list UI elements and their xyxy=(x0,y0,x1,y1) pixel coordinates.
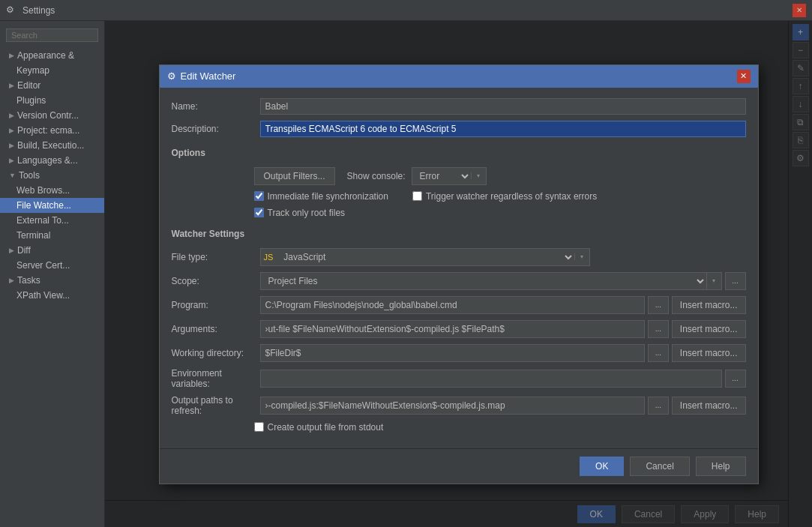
working-dir-browse-button[interactable]: ... xyxy=(648,344,669,362)
sidebar-item-label: Terminal xyxy=(16,230,50,241)
output-paths-browse-button[interactable]: ... xyxy=(648,397,669,415)
modal-ok-button[interactable]: OK xyxy=(580,457,624,476)
sidebar-item-label: XPath View... xyxy=(16,290,70,301)
track-root-checkbox[interactable] xyxy=(254,208,264,217)
close-window-button[interactable]: ✕ xyxy=(793,4,806,17)
sidebar-item-label: Tasks xyxy=(17,275,40,286)
arguments-browse-button[interactable]: ... xyxy=(648,320,669,338)
env-vars-label: Environment variables: xyxy=(172,368,254,389)
arrow-icon: ▶ xyxy=(9,112,14,119)
app-title: Settings xyxy=(22,5,793,16)
arrow-icon: ▼ xyxy=(9,172,16,179)
track-root-checkbox-item[interactable]: Track only root files xyxy=(254,208,346,218)
arrow-icon: ▶ xyxy=(9,82,14,89)
program-row: Program: ... Insert macro... xyxy=(172,296,746,314)
sidebar-item-external-tools[interactable]: External To... xyxy=(0,213,104,228)
dropdown-arrow-icon: ▾ xyxy=(574,253,589,260)
file-type-select[interactable]: JavaScript xyxy=(276,249,574,265)
scope-input-group: Project Files ▾ ... xyxy=(260,272,746,290)
immediate-sync-checkbox-item[interactable]: Immediate file synchronization xyxy=(254,191,388,202)
sidebar-item-label: Keymap xyxy=(16,65,49,76)
sidebar-item-editor[interactable]: ▶ Editor xyxy=(0,78,104,93)
working-dir-insert-macro-button[interactable]: Insert macro... xyxy=(672,344,746,362)
js-file-icon: JS xyxy=(261,253,277,262)
program-input[interactable] xyxy=(260,296,645,314)
trigger-watcher-label[interactable]: Trigger watcher regardless of syntax err… xyxy=(426,191,597,202)
arguments-row: Arguments: ... Insert macro... xyxy=(172,320,746,338)
options-row: Output Filters... Show console: Error Al… xyxy=(254,167,746,185)
env-vars-input[interactable] xyxy=(260,370,722,388)
sidebar-item-file-watchers[interactable]: File Watche... xyxy=(0,198,104,213)
trigger-watcher-checkbox-item[interactable]: Trigger watcher regardless of syntax err… xyxy=(412,191,597,202)
program-browse-button[interactable]: ... xyxy=(648,296,669,314)
output-paths-row: Output paths to refresh: ... Insert macr… xyxy=(172,395,746,416)
output-paths-insert-macro-button[interactable]: Insert macro... xyxy=(672,397,746,415)
sidebar-item-appearance[interactable]: ▶ Appearance & xyxy=(0,48,104,63)
working-dir-input-group: ... Insert macro... xyxy=(260,344,746,362)
output-paths-input[interactable] xyxy=(260,397,645,415)
sidebar-item-label: Appearance & xyxy=(17,50,74,61)
options-header: Options xyxy=(172,148,746,158)
sidebar-item-keymap[interactable]: Keymap xyxy=(0,63,104,78)
output-paths-label: Output paths to refresh: xyxy=(172,395,254,416)
search-input[interactable] xyxy=(6,28,98,42)
program-input-group: ... Insert macro... xyxy=(260,296,746,314)
arguments-input[interactable] xyxy=(260,320,645,338)
modal-close-button[interactable]: ✕ xyxy=(737,70,751,83)
name-row: Name: xyxy=(172,98,746,115)
immediate-sync-label[interactable]: Immediate file synchronization xyxy=(268,191,388,202)
scope-browse-button[interactable]: ... xyxy=(725,272,746,290)
sidebar-item-xpath-view[interactable]: XPath View... xyxy=(0,288,104,303)
sidebar-item-diff[interactable]: ▶ Diff xyxy=(0,243,104,258)
immediate-sync-checkbox[interactable] xyxy=(254,191,264,201)
arrow-icon: ▶ xyxy=(9,277,14,284)
modal-help-button[interactable]: Help xyxy=(696,457,746,476)
working-dir-input[interactable] xyxy=(260,344,645,362)
sidebar-item-label: Editor xyxy=(17,80,40,91)
modal-backdrop: ⚙ Edit Watcher ✕ Name: Description: xyxy=(105,21,812,527)
create-output-label[interactable]: Create output file from stdout xyxy=(268,422,384,433)
sidebar-item-label: External To... xyxy=(16,215,69,226)
create-output-checkbox-item[interactable]: Create output file from stdout xyxy=(254,422,746,433)
sidebar-item-server-cert[interactable]: Server Cert... xyxy=(0,258,104,273)
content-area: + − ✎ ↑ ↓ ⧉ ⎘ ⚙ OK Cancel Apply Help ⚙ E… xyxy=(105,21,812,527)
sidebar-item-terminal[interactable]: Terminal xyxy=(0,228,104,243)
arguments-insert-macro-button[interactable]: Insert macro... xyxy=(672,320,746,338)
program-label: Program: xyxy=(172,300,254,310)
console-select[interactable]: Error Always Never xyxy=(412,168,471,184)
env-vars-browse-button[interactable]: ... xyxy=(725,370,746,388)
env-vars-row: Environment variables: ... xyxy=(172,368,746,389)
scope-label: Scope: xyxy=(172,276,254,286)
dropdown-arrow-icon: ▾ xyxy=(706,273,721,289)
scope-row: Scope: Project Files ▾ ... xyxy=(172,272,746,290)
sidebar-item-project[interactable]: ▶ Project: ecma... xyxy=(0,123,104,138)
create-output-row: Create output file from stdout xyxy=(254,422,746,433)
program-insert-macro-button[interactable]: Insert macro... xyxy=(672,296,746,314)
app-title-bar: ⚙ Settings ✕ xyxy=(0,0,812,21)
sidebar-item-plugins[interactable]: Plugins xyxy=(0,93,104,108)
sidebar-item-web-browsers[interactable]: Web Brows... xyxy=(0,183,104,198)
arguments-label: Arguments: xyxy=(172,324,254,334)
description-row: Description: xyxy=(172,121,746,137)
sidebar-item-tools[interactable]: ▼ Tools xyxy=(0,168,104,183)
sidebar-item-label: Web Brows... xyxy=(16,185,70,196)
track-root-label[interactable]: Track only root files xyxy=(268,208,346,218)
sidebar-item-tasks[interactable]: ▶ Tasks xyxy=(0,273,104,288)
create-output-checkbox[interactable] xyxy=(254,422,264,432)
scope-select[interactable]: Project Files xyxy=(261,273,706,289)
trigger-watcher-checkbox[interactable] xyxy=(412,191,422,201)
modal-cancel-button[interactable]: Cancel xyxy=(630,457,689,476)
sidebar-item-languages[interactable]: ▶ Languages &... xyxy=(0,153,104,168)
description-label: Description: xyxy=(172,124,254,134)
show-console-label: Show console: xyxy=(347,171,406,181)
description-input[interactable] xyxy=(260,121,746,137)
output-paths-input-group: ... Insert macro... xyxy=(260,397,746,415)
sidebar-item-version-control[interactable]: ▶ Version Contr... xyxy=(0,108,104,123)
console-dropdown-wrap: Error Always Never ▾ xyxy=(412,167,487,185)
output-filters-button[interactable]: Output Filters... xyxy=(254,167,335,185)
name-input[interactable] xyxy=(260,98,746,115)
sidebar-item-label: Version Contr... xyxy=(17,110,79,121)
dropdown-arrow-icon: ▾ xyxy=(471,172,486,179)
sidebar-item-build[interactable]: ▶ Build, Executio... xyxy=(0,138,104,153)
sidebar-item-label: Server Cert... xyxy=(16,260,70,271)
